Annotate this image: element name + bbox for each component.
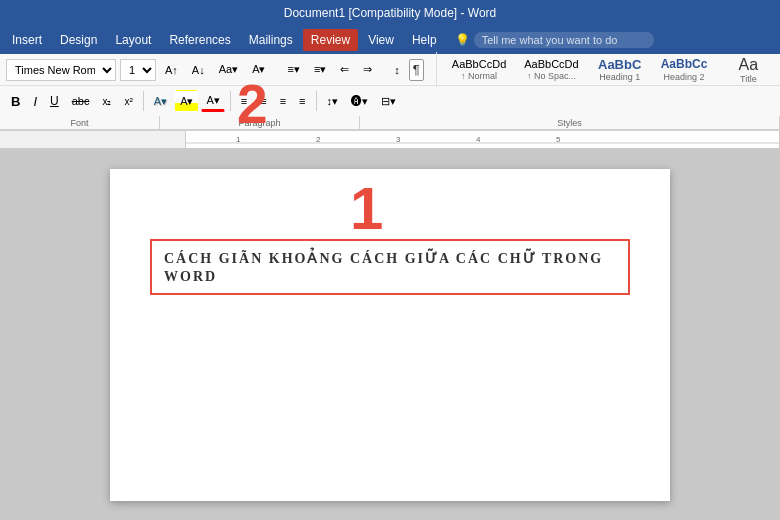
- tell-me-input[interactable]: [474, 32, 654, 48]
- align-center-btn[interactable]: ≡: [255, 90, 271, 112]
- decrease-font-btn[interactable]: A↓: [187, 59, 210, 81]
- numbering-btn[interactable]: ≡▾: [309, 59, 331, 81]
- divider4: [230, 91, 231, 111]
- document-area: 2 1 CÁCH GIÃN KHOẢNG CÁCH GIỮA CÁC CHỮ T…: [0, 149, 780, 520]
- menu-mailings[interactable]: Mailings: [241, 29, 301, 51]
- align-right-btn[interactable]: ≡: [275, 90, 291, 112]
- line-spacing-btn[interactable]: ↕▾: [322, 90, 344, 112]
- superscript-btn[interactable]: x²: [119, 90, 137, 112]
- highlighted-text-box: CÁCH GIÃN KHOẢNG CÁCH GIỮA CÁC CHỮ TRONG…: [150, 239, 630, 295]
- ribbon: Times New Roman 13 A↑ A↓ Aa▾ A▾ ≡▾ ≡▾ ⇐ …: [0, 54, 780, 131]
- svg-text:2: 2: [316, 135, 321, 144]
- toolbar-row1: Times New Roman 13 A↑ A↓ Aa▾ A▾ ≡▾ ≡▾ ⇐ …: [0, 54, 780, 86]
- style-heading2[interactable]: AaBbCc Heading 2: [654, 52, 715, 87]
- lightbulb-icon: 💡: [455, 33, 470, 47]
- font-color-btn[interactable]: A▾: [247, 59, 270, 81]
- title-bar: Document1 [Compatibility Mode] - Word: [0, 0, 780, 26]
- toolbar-row2: B I U abc x₂ x² A▾ A▾ A▾ ≡ ≡ ≡ ≡ ↕▾ 🅐▾ ⊟…: [0, 86, 780, 116]
- font-group-label: Font: [0, 116, 160, 129]
- sort-btn[interactable]: ↕: [389, 59, 405, 81]
- highlight-btn[interactable]: A▾: [175, 90, 198, 112]
- menu-references[interactable]: References: [161, 29, 238, 51]
- menu-view[interactable]: View: [360, 29, 402, 51]
- change-case-btn[interactable]: Aa▾: [214, 59, 243, 81]
- title-text: Document1 [Compatibility Mode] - Word: [284, 6, 497, 20]
- strikethrough-btn[interactable]: abc: [67, 90, 95, 112]
- font-color-row2-btn[interactable]: A▾: [201, 90, 224, 112]
- style-title-label: Title: [740, 74, 757, 84]
- justify-btn[interactable]: ≡: [294, 90, 310, 112]
- tell-me-area: 💡: [455, 32, 654, 48]
- bold-btn[interactable]: B: [6, 90, 25, 112]
- menu-layout[interactable]: Layout: [107, 29, 159, 51]
- svg-text:5: 5: [556, 135, 561, 144]
- document-text: CÁCH GIÃN KHOẢNG CÁCH GIỮA CÁC CHỮ TRONG…: [164, 251, 603, 284]
- font-size-selector[interactable]: 13: [120, 59, 156, 81]
- style-normal-preview: AaBbCcDd: [452, 58, 506, 71]
- svg-text:1: 1: [236, 135, 241, 144]
- style-no-space-label: ↑ No Spac...: [527, 71, 576, 81]
- annotation-1: 1: [350, 179, 610, 239]
- style-normal[interactable]: AaBbCcDd ↑ Normal: [445, 52, 513, 87]
- svg-text:4: 4: [476, 135, 481, 144]
- style-h1-label: Heading 1: [599, 72, 640, 82]
- style-h2-preview: AaBbCc: [661, 57, 708, 71]
- ribbon-groups: Font Paragraph Styles: [0, 116, 780, 130]
- menu-review[interactable]: Review: [303, 29, 358, 51]
- italic-btn[interactable]: I: [28, 90, 42, 112]
- style-no-space[interactable]: AaBbCcDd ↑ No Spac...: [517, 52, 585, 87]
- menu-insert[interactable]: Insert: [4, 29, 50, 51]
- shading-btn[interactable]: 🅐▾: [346, 90, 373, 112]
- ruler: 1 2 3 4 5: [0, 131, 780, 149]
- indent-increase-btn[interactable]: ⇒: [358, 59, 377, 81]
- text-effects-btn[interactable]: A▾: [149, 90, 172, 112]
- styles-group-label: Styles: [360, 116, 780, 129]
- align-left-btn[interactable]: ≡: [236, 90, 252, 112]
- styles-panel: AaBbCcDd ↑ Normal AaBbCcDd ↑ No Spac... …: [436, 52, 779, 87]
- divider5: [316, 91, 317, 111]
- style-h2-label: Heading 2: [663, 72, 704, 82]
- page: 2 1 CÁCH GIÃN KHOẢNG CÁCH GIỮA CÁC CHỮ T…: [110, 169, 670, 501]
- subscript-btn[interactable]: x₂: [97, 90, 116, 112]
- menu-design[interactable]: Design: [52, 29, 105, 51]
- bullets-btn[interactable]: ≡▾: [283, 59, 305, 81]
- divider3: [143, 91, 144, 111]
- underline-btn[interactable]: U: [45, 90, 64, 112]
- menu-help[interactable]: Help: [404, 29, 445, 51]
- ruler-inner: 1 2 3 4 5: [185, 131, 780, 148]
- borders-btn[interactable]: ⊟▾: [376, 90, 401, 112]
- increase-font-btn[interactable]: A↑: [160, 59, 183, 81]
- style-heading1[interactable]: AaBbC Heading 1: [590, 52, 650, 87]
- menu-bar: Insert Design Layout References Mailings…: [0, 26, 780, 54]
- ruler-marks: 1 2 3 4 5: [186, 131, 779, 149]
- svg-text:3: 3: [396, 135, 401, 144]
- style-title[interactable]: Aa Title: [718, 52, 778, 87]
- style-normal-label: ↑ Normal: [461, 71, 497, 81]
- style-no-space-preview: AaBbCcDd: [524, 58, 578, 71]
- font-name-selector[interactable]: Times New Roman: [6, 59, 116, 81]
- style-h1-preview: AaBbC: [598, 57, 641, 73]
- indent-decrease-btn[interactable]: ⇐: [335, 59, 354, 81]
- show-hide-btn[interactable]: ¶: [409, 59, 424, 81]
- document-content: CÁCH GIÃN KHOẢNG CÁCH GIỮA CÁC CHỮ TRONG…: [150, 239, 630, 295]
- style-title-preview: Aa: [739, 55, 759, 74]
- paragraph-group-label: Paragraph: [160, 116, 360, 129]
